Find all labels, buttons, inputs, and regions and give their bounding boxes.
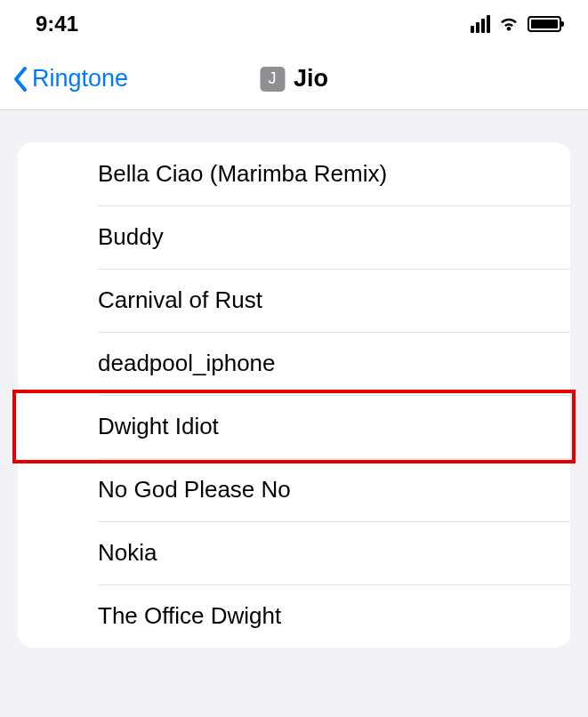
ringtone-label: Nokia xyxy=(98,539,157,566)
content-area: Bella Ciao (Marimba Remix)BuddyCarnival … xyxy=(0,110,588,648)
back-button[interactable]: Ringtone xyxy=(0,65,128,93)
ringtone-label: deadpool_iphone xyxy=(98,350,276,376)
status-icons xyxy=(471,15,561,33)
ringtone-row[interactable]: Buddy xyxy=(18,205,570,269)
ringtone-row[interactable]: The Office Dwight xyxy=(18,584,570,648)
ringtone-row[interactable]: No God Please No xyxy=(18,458,570,521)
ringtone-label: Dwight Idiot xyxy=(98,413,219,439)
ringtone-list: Bella Ciao (Marimba Remix)BuddyCarnival … xyxy=(18,142,570,648)
navigation-bar: Ringtone J Jio xyxy=(0,48,588,110)
ringtone-label: No God Please No xyxy=(98,476,291,503)
ringtone-row[interactable]: Carnival of Rust xyxy=(18,269,570,332)
ringtone-label: The Office Dwight xyxy=(98,602,281,629)
back-label: Ringtone xyxy=(32,65,128,93)
ringtone-label: Bella Ciao (Marimba Remix) xyxy=(98,160,387,187)
ringtone-label: Buddy xyxy=(98,223,164,250)
contact-initial-badge: J xyxy=(260,67,285,92)
ringtone-row[interactable]: deadpool_iphone xyxy=(18,332,570,395)
chevron-left-icon xyxy=(12,66,28,93)
ringtone-row[interactable]: Nokia xyxy=(18,521,570,584)
status-time: 9:41 xyxy=(36,12,78,36)
ringtone-label: Carnival of Rust xyxy=(98,286,262,313)
battery-icon xyxy=(528,16,561,32)
wifi-icon xyxy=(497,15,520,33)
status-bar: 9:41 xyxy=(0,0,588,48)
ringtone-row[interactable]: Dwight Idiot xyxy=(18,395,570,458)
ringtone-row[interactable]: Bella Ciao (Marimba Remix) xyxy=(18,142,570,205)
page-title: J Jio xyxy=(260,65,328,93)
cellular-signal-icon xyxy=(471,15,490,33)
contact-name: Jio xyxy=(294,65,328,93)
